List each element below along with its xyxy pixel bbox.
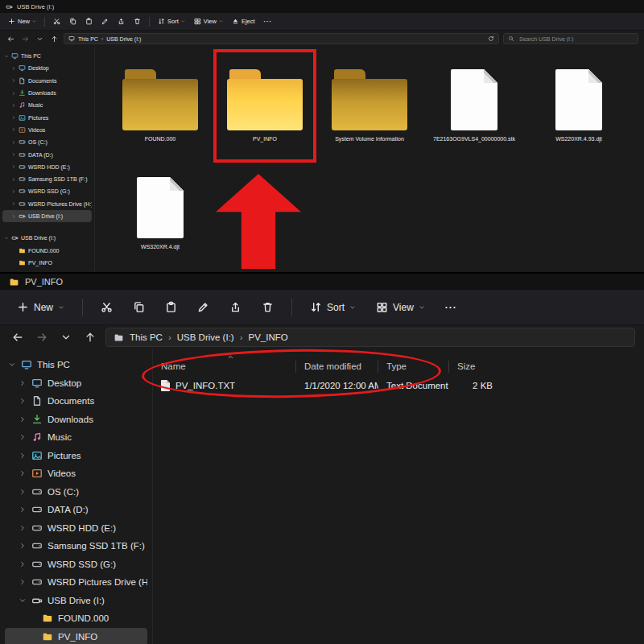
chevron-right-icon[interactable] [11,152,16,157]
paste-button[interactable] [82,15,96,27]
forward-button[interactable] [33,328,51,346]
sidebar-item-os-c[interactable]: OS (C:) [2,136,92,148]
sidebar-item-desktop[interactable]: Desktop [5,374,147,393]
up-button[interactable] [81,328,99,346]
file-tile-found-000[interactable]: FOUND.000 [108,53,213,161]
chevron-right-icon[interactable] [11,91,16,96]
view-button[interactable]: View [369,295,432,319]
chevron-right-icon[interactable] [19,560,27,568]
rename-button[interactable] [98,15,112,27]
share-button[interactable] [222,295,249,319]
sidebar-item-videos[interactable]: Videos [2,124,92,136]
sidebar-item-data-d[interactable]: DATA (D:) [5,501,147,519]
sidebar-item-samsung-ssd-1tb-f[interactable]: Samsung SSD 1TB (F:) [2,173,92,185]
chevron-right-icon[interactable] [19,578,27,586]
file-row-pv-info-txt[interactable]: PV_INFO.TXT 1/1/2020 12:00 AM Text Docum… [153,375,644,396]
sidebar-item-downloads[interactable]: Downloads [2,87,92,99]
sidebar-item-wsrd-pictures-drive-h[interactable]: WSRD Pictures Drive (H:) [5,573,147,592]
chevron-right-icon[interactable] [19,452,27,460]
breadcrumb-this-pc[interactable]: This PC [130,332,163,342]
chevron-right-icon[interactable] [19,524,27,532]
sidebar-item-pv-info[interactable]: PV_INFO [2,257,92,269]
breadcrumb-usb-drive[interactable]: USB Drive (I:) [106,36,141,42]
sidebar-item-wsrd-hdd-e[interactable]: WSRD HDD (E:) [2,161,92,173]
address-bar[interactable]: This PC › USB Drive (I:) › PV_INFO [105,328,635,347]
delete-button[interactable] [254,295,281,319]
copy-button[interactable] [66,15,80,27]
chevron-right-icon[interactable] [11,115,16,120]
sidebar-item-pictures[interactable]: Pictures [2,111,92,123]
sidebar-item-wsrd-hdd-e[interactable]: WSRD HDD (E:) [5,519,147,538]
sidebar-item-usb-drive-i[interactable]: USB Drive (I:) [5,592,147,610]
column-header-name[interactable]: Name [153,361,296,373]
copy-button[interactable] [126,295,152,319]
sidebar-item-wsrd-ssd-g[interactable]: WSRD SSD (G:) [2,185,92,197]
titlebar[interactable]: USB Drive (I:) [0,0,644,13]
chevron-right-icon[interactable] [19,379,27,387]
cut-button[interactable] [93,295,120,319]
chevron-right-icon[interactable] [19,433,27,441]
address-bar[interactable]: This PC › USB Drive (I:) [64,33,499,44]
sort-button[interactable]: Sort [303,295,363,319]
search-box[interactable] [503,33,638,44]
file-tile-pv-info[interactable]: PV_INFO [213,53,317,161]
sidebar-item-pictures[interactable]: Pictures [5,447,147,465]
chevron-right-icon[interactable] [11,201,16,206]
breadcrumb-this-pc[interactable]: This PC [78,36,98,42]
chevron-right-icon[interactable] [11,164,16,169]
chevron-down-icon[interactable] [8,361,16,369]
up-button[interactable] [49,34,60,44]
column-header-type[interactable]: Type [378,361,449,373]
sidebar-item-found-000[interactable]: FOUND.000 [5,609,147,628]
sidebar-item-documents[interactable]: Documents [2,75,92,87]
sidebar-item-desktop[interactable]: Desktop [2,62,92,74]
breadcrumb-pv-info[interactable]: PV_INFO [249,332,288,342]
file-tile-7e2163og9vls4-00000000-stk[interactable]: 7E2163OG9VLS4_00000000.stk [422,53,526,161]
sidebar-item-videos[interactable]: Videos [5,464,147,483]
sidebar-item-samsung-ssd-1tb-f[interactable]: Samsung SSD 1TB (F:) [5,537,147,555]
chevron-right-icon[interactable] [19,542,27,550]
chevron-right-icon[interactable] [19,506,27,514]
search-input[interactable] [518,35,634,43]
recent-locations-button[interactable] [57,328,75,346]
new-button[interactable]: New [5,15,39,27]
chevron-right-icon[interactable] [11,103,16,108]
chevron-down-icon[interactable] [4,54,9,59]
column-header-size[interactable]: Size [449,361,501,373]
recent-locations-button[interactable] [35,34,45,44]
sidebar-item-usb-drive-i[interactable]: USB Drive (I:) [2,210,92,222]
cut-button[interactable] [50,15,64,27]
chevron-right-icon[interactable] [11,66,16,71]
new-button[interactable]: New [10,295,72,319]
file-tile-ws220xr-4-93-djt[interactable]: WS220XR.4.93.djt [526,53,631,161]
eject-button[interactable]: Eject [229,15,258,27]
delete-button[interactable] [130,15,144,27]
back-button[interactable] [6,34,16,44]
share-button[interactable] [114,15,128,27]
chevron-right-icon[interactable] [11,140,16,145]
chevron-right-icon[interactable] [11,214,16,219]
chevron-right-icon[interactable] [11,189,16,194]
sidebar-item-data-d[interactable]: DATA (D:) [2,148,92,160]
sidebar-item-os-c[interactable]: OS (C:) [5,483,147,502]
column-header-date-modified[interactable]: Date modified [296,361,378,373]
titlebar[interactable]: PV_INFO [0,274,644,290]
sort-button[interactable]: Sort [155,15,188,27]
sidebar-item-found-000[interactable]: FOUND.000 [2,244,92,256]
chevron-right-icon[interactable] [11,127,16,132]
chevron-right-icon[interactable] [19,469,27,477]
sidebar-item-music[interactable]: Music [5,428,147,447]
breadcrumb-usb-drive[interactable]: USB Drive (I:) [177,332,234,342]
chevron-right-icon[interactable] [19,488,27,496]
back-button[interactable] [9,328,27,346]
chevron-down-icon[interactable] [19,597,27,605]
paste-button[interactable] [158,295,184,319]
chevron-right-icon[interactable] [19,415,27,423]
chevron-right-icon[interactable] [11,177,16,182]
forward-button[interactable] [20,34,31,44]
chevron-down-icon[interactable] [4,236,9,241]
sidebar-item-wsrd-pictures-drive-h[interactable]: WSRD Pictures Drive (H:) [2,198,92,210]
sidebar-item-downloads[interactable]: Downloads [5,411,147,429]
sidebar-item-music[interactable]: Music [2,99,92,111]
sidebar-item-this-pc[interactable]: This PC [5,356,147,374]
